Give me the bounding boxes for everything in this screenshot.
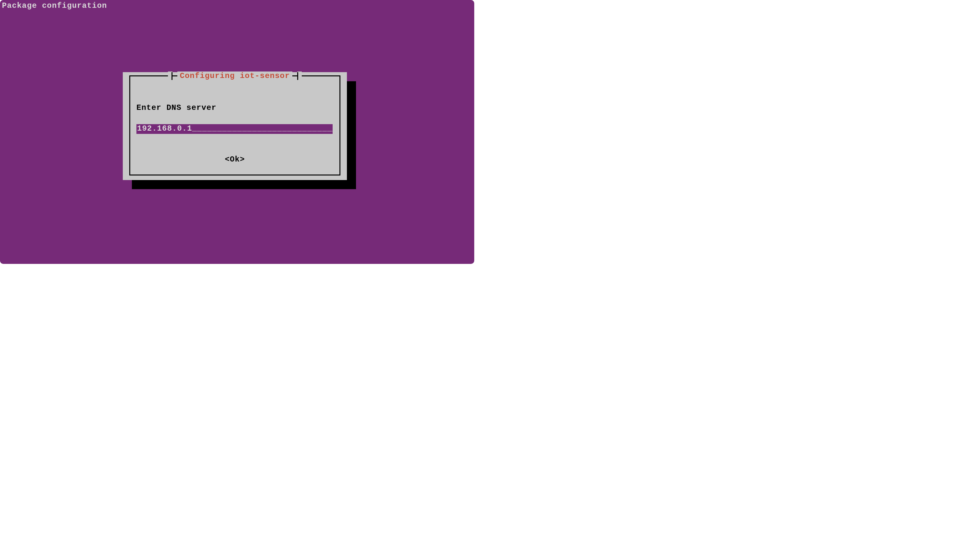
ok-button[interactable]: <Ok> [123, 155, 347, 164]
dns-server-input[interactable]: 192.168.0.1_____________________________ [137, 124, 332, 134]
dns-prompt-label: Enter DNS server [137, 104, 216, 113]
frame-tee-left-icon [168, 72, 172, 81]
dialog-container: Configuring iot-sensor Enter DNS server … [123, 72, 347, 180]
terminal-screen: Package configuration Configuring iot-se… [0, 0, 474, 264]
dialog-title-row: Configuring iot-sensor [130, 72, 339, 81]
dialog-title: Configuring iot-sensor [177, 72, 293, 81]
frame-tee-right-icon [297, 72, 302, 81]
config-dialog: Configuring iot-sensor Enter DNS server … [123, 72, 347, 180]
page-title: Package configuration [2, 1, 107, 11]
